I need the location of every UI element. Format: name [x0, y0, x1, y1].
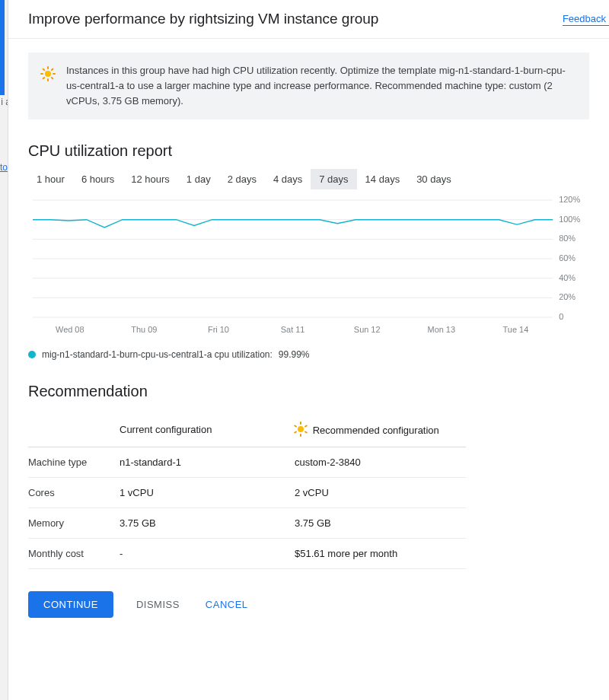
chart-legend: mig-n1-standard-1-burn-cpu-us-central1-a… [28, 349, 589, 360]
lightbulb-icon [42, 68, 54, 80]
legend-color-dot [28, 351, 36, 358]
svg-text:Wed 08: Wed 08 [56, 325, 84, 334]
cancel-button[interactable]: CANCEL [202, 591, 251, 618]
svg-text:120%: 120% [559, 195, 580, 204]
time-range-option[interactable]: 14 days [357, 169, 409, 189]
time-range-selector: 1 hour6 hours12 hours1 day2 days4 days7 … [28, 169, 589, 189]
row-recommended: $51.61 more per month [295, 539, 466, 569]
time-range-option[interactable]: 30 days [408, 169, 460, 189]
dialog-header: Improve performance by rightsizing VM in… [8, 0, 609, 39]
svg-text:Tue 14: Tue 14 [503, 325, 529, 334]
table-row: Machine typen1-standard-1custom-2-3840 [28, 447, 466, 478]
recommendation-table: Current configuration Recommended config… [28, 414, 466, 569]
time-range-option[interactable]: 4 days [265, 169, 311, 189]
svg-text:Mon 13: Mon 13 [428, 325, 456, 334]
chart-y-labels: 020%40%60%80%100%120% [559, 195, 580, 321]
svg-text:Thu 09: Thu 09 [131, 325, 157, 334]
row-current: n1-standard-1 [120, 447, 295, 478]
row-recommended: 2 vCPU [295, 478, 466, 508]
cpu-chart: 020%40%60%80%100%120% Wed 08Thu 09Fri 10… [28, 194, 589, 339]
sidebar-accent [0, 0, 5, 95]
table-row: Cores1 vCPU2 vCPU [28, 478, 466, 508]
time-range-option[interactable]: 7 days [311, 169, 356, 189]
time-range-option[interactable]: 12 hours [123, 169, 178, 189]
svg-text:100%: 100% [559, 215, 580, 224]
svg-text:80%: 80% [559, 234, 576, 243]
row-label: Memory [28, 508, 120, 539]
feedback-link[interactable]: Feedback [563, 13, 609, 26]
time-range-option[interactable]: 1 day [178, 169, 219, 189]
row-current: 3.75 GB [120, 508, 295, 539]
recommendation-rows: Machine typen1-standard-1custom-2-3840Co… [28, 447, 466, 569]
row-recommended: 3.75 GB [295, 508, 466, 539]
dismiss-button[interactable]: DISMISS [133, 591, 183, 618]
cpu-report-title: CPU utilization report [28, 142, 589, 160]
time-range-option[interactable]: 1 hour [28, 169, 73, 189]
time-range-option[interactable]: 2 days [219, 169, 265, 189]
row-current: 1 vCPU [120, 478, 295, 508]
continue-button[interactable]: CONTINUE [28, 591, 113, 618]
dialog-panel: Improve performance by rightsizing VM in… [8, 0, 609, 700]
recommendation-title: Recommendation [28, 383, 589, 400]
row-label: Cores [28, 478, 120, 508]
svg-text:60%: 60% [559, 253, 576, 262]
chart-grid [33, 200, 553, 317]
background-link-fragment: to [0, 162, 8, 173]
row-label: Machine type [28, 447, 120, 478]
dialog-actions: CONTINUE DISMISS CANCEL [28, 591, 589, 618]
dialog-content: Instances in this group have had high CP… [8, 39, 609, 569]
column-recommended: Recommended configuration [295, 414, 466, 447]
recommendation-banner: Instances in this group have had high CP… [28, 52, 589, 119]
time-range-option[interactable]: 6 hours [73, 169, 123, 189]
row-label: Monthly cost [28, 539, 120, 569]
svg-text:0: 0 [559, 312, 563, 321]
column-current: Current configuration [120, 414, 295, 447]
svg-text:20%: 20% [559, 293, 576, 302]
row-current: - [120, 539, 295, 569]
row-recommended: custom-2-3840 [295, 447, 466, 478]
table-row: Monthly cost-$51.61 more per month [28, 539, 466, 569]
svg-text:Fri 10: Fri 10 [208, 325, 229, 334]
svg-text:40%: 40% [559, 273, 576, 282]
chart-x-labels: Wed 08Thu 09Fri 10Sat 11Sun 12Mon 13Tue … [56, 325, 528, 334]
column-recommended-label: Recommended configuration [313, 425, 439, 436]
lightbulb-icon [295, 423, 307, 435]
dialog-title: Improve performance by rightsizing VM in… [28, 11, 378, 27]
legend-value: 99.99% [279, 349, 310, 360]
svg-text:Sat 11: Sat 11 [281, 325, 305, 334]
legend-label: mig-n1-standard-1-burn-cpu-us-central1-a… [42, 349, 273, 360]
table-row: Memory3.75 GB3.75 GB [28, 508, 466, 539]
svg-text:Sun 12: Sun 12 [354, 325, 381, 334]
chart-series-line [33, 220, 553, 228]
banner-text: Instances in this group have had high CP… [66, 65, 566, 107]
